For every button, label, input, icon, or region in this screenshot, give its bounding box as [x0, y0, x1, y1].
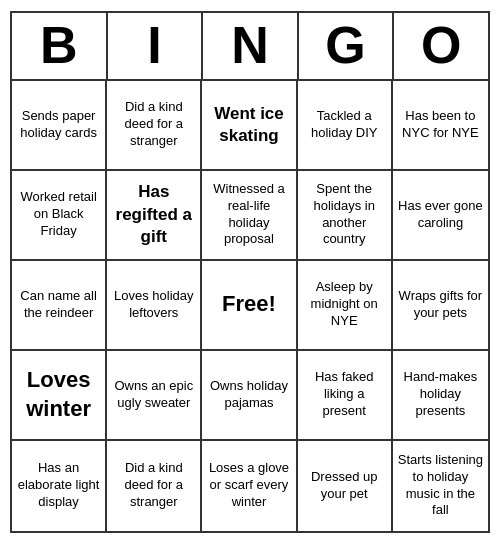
bingo-cell-3[interactable]: Tackled a holiday DIY	[298, 81, 393, 171]
bingo-cell-6[interactable]: Has regifted a gift	[107, 171, 202, 261]
bingo-cell-10[interactable]: Can name all the reindeer	[12, 261, 107, 351]
bingo-cell-5[interactable]: Worked retail on Black Friday	[12, 171, 107, 261]
bingo-cell-24[interactable]: Starts listening to holiday music in the…	[393, 441, 488, 531]
bingo-cell-16[interactable]: Owns an epic ugly sweater	[107, 351, 202, 441]
header-letter-g: G	[299, 13, 395, 78]
bingo-cell-20[interactable]: Has an elaborate light display	[12, 441, 107, 531]
bingo-cell-19[interactable]: Hand-makes holiday presents	[393, 351, 488, 441]
bingo-cell-8[interactable]: Spent the holidays in another country	[298, 171, 393, 261]
header-letter-n: N	[203, 13, 299, 78]
bingo-card: BINGO Sends paper holiday cardsDid a kin…	[10, 11, 490, 532]
bingo-cell-22[interactable]: Loses a glove or scarf every winter	[202, 441, 297, 531]
bingo-cell-17[interactable]: Owns holiday pajamas	[202, 351, 297, 441]
bingo-cell-7[interactable]: Witnessed a real-life holiday proposal	[202, 171, 297, 261]
bingo-cell-23[interactable]: Dressed up your pet	[298, 441, 393, 531]
bingo-cell-14[interactable]: Wraps gifts for your pets	[393, 261, 488, 351]
bingo-cell-12[interactable]: Free!	[202, 261, 297, 351]
header-letter-b: B	[12, 13, 108, 78]
bingo-cell-11[interactable]: Loves holiday leftovers	[107, 261, 202, 351]
bingo-cell-21[interactable]: Did a kind deed for a stranger	[107, 441, 202, 531]
bingo-cell-4[interactable]: Has been to NYC for NYE	[393, 81, 488, 171]
bingo-cell-1[interactable]: Did a kind deed for a stranger	[107, 81, 202, 171]
bingo-cell-9[interactable]: Has ever gone caroling	[393, 171, 488, 261]
header-letter-i: I	[108, 13, 204, 78]
bingo-grid: Sends paper holiday cardsDid a kind deed…	[12, 81, 488, 531]
bingo-cell-2[interactable]: Went ice skating	[202, 81, 297, 171]
bingo-cell-18[interactable]: Has faked liking a present	[298, 351, 393, 441]
header-letter-o: O	[394, 13, 488, 78]
bingo-cell-0[interactable]: Sends paper holiday cards	[12, 81, 107, 171]
bingo-cell-13[interactable]: Asleep by midnight on NYE	[298, 261, 393, 351]
bingo-cell-15[interactable]: Loves winter	[12, 351, 107, 441]
bingo-header: BINGO	[12, 13, 488, 80]
